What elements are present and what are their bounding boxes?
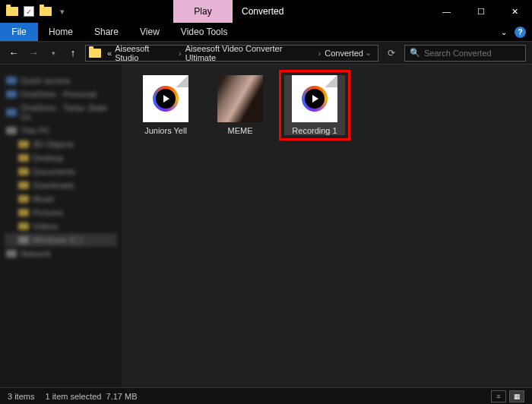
recent-dropdown-icon[interactable]: ▾ <box>46 46 61 61</box>
tab-share[interactable]: Share <box>84 23 129 41</box>
refresh-button[interactable]: ⟳ <box>383 45 400 62</box>
tab-home[interactable]: Home <box>38 23 84 41</box>
file-label: Recording 1 <box>292 126 337 135</box>
folder-icon <box>18 154 29 162</box>
status-item-count: 3 items <box>8 392 34 401</box>
tree-item[interactable]: OneDrive - Tarlac State Un <box>5 101 117 124</box>
tab-video-tools[interactable]: Video Tools <box>170 23 239 41</box>
ribbon-collapse-icon[interactable]: ⌄ <box>501 28 507 36</box>
folder-icon[interactable] <box>5 4 20 19</box>
folder-icon <box>89 49 101 58</box>
contextual-tab-play[interactable]: Play <box>173 0 233 23</box>
navigation-tree[interactable]: Quick accessOneDrive - PersonalOneDrive … <box>0 65 122 387</box>
address-bar: ← → ▾ ↑ « Aiseesoft Studio › Aiseesoft V… <box>0 42 532 65</box>
folder-icon <box>6 109 17 116</box>
search-icon: 🔍 <box>410 48 420 58</box>
search-input[interactable]: 🔍 Search Converted <box>404 45 526 62</box>
help-icon[interactable]: ? <box>515 27 526 38</box>
forward-button[interactable]: → <box>26 46 41 61</box>
file-item[interactable]: Recording 1 <box>284 75 345 135</box>
breadcrumb-segment[interactable]: Aiseesoft Video Converter Ultimate <box>184 44 316 62</box>
ribbon-tabs: File Home Share View Video Tools ⌄ ? <box>0 23 532 42</box>
tree-item-label: Downloads <box>33 181 74 190</box>
tree-item[interactable]: Music <box>5 192 117 206</box>
tree-item-label: OneDrive - Tarlac State Un <box>21 103 116 122</box>
folder-icon <box>18 223 29 230</box>
file-list[interactable]: Juniors YellMEMERecording 1 <box>122 65 532 387</box>
title-bar: ✓ ▾ Play Converted — ☐ ✕ <box>0 0 532 23</box>
address-dropdown-icon[interactable]: ⌄ <box>365 48 375 58</box>
search-placeholder: Search Converted <box>424 49 492 58</box>
folder-icon <box>18 168 29 175</box>
folder-icon <box>18 209 29 216</box>
window-title: Converted <box>233 0 429 23</box>
tree-item-label: Music <box>33 194 55 204</box>
minimize-button[interactable]: — <box>429 0 464 23</box>
tree-item[interactable]: Quick access <box>5 74 117 87</box>
tree-item-label: Windows (C:) <box>33 235 83 245</box>
folder-icon <box>6 77 17 84</box>
tree-item[interactable]: Desktop <box>5 151 117 165</box>
tree-item-label: Videos <box>33 222 58 231</box>
tree-item-label: Desktop <box>33 153 63 163</box>
folder-icon <box>18 181 29 189</box>
icons-view-button[interactable]: ▦ <box>509 390 524 402</box>
tab-view[interactable]: View <box>129 23 170 41</box>
tree-item[interactable]: Pictures <box>5 206 117 219</box>
image-thumbnail <box>217 75 263 122</box>
new-folder-icon[interactable] <box>38 4 53 19</box>
tree-item-label: Network <box>21 249 51 258</box>
breadcrumb-segment[interactable]: Converted <box>323 49 365 58</box>
properties-check-icon[interactable]: ✓ <box>21 4 36 19</box>
file-item[interactable]: MEME <box>210 75 271 135</box>
quick-access-toolbar: ✓ ▾ <box>0 0 74 23</box>
tree-item[interactable]: Downloads <box>5 178 117 192</box>
folder-icon <box>6 127 17 134</box>
video-file-icon <box>292 75 337 122</box>
tree-item[interactable]: This PC <box>5 124 117 137</box>
status-selection: 1 item selected 7.17 MB <box>45 392 137 401</box>
details-view-button[interactable]: ≡ <box>491 390 506 402</box>
folder-icon <box>18 236 29 244</box>
folder-icon <box>18 195 29 203</box>
chevron-right-icon: › <box>176 49 184 58</box>
tree-item[interactable]: Videos <box>5 219 117 233</box>
tree-item-label: OneDrive - Personal <box>21 90 97 99</box>
tree-item[interactable]: OneDrive - Personal <box>5 87 117 101</box>
file-item[interactable]: Juniors Yell <box>135 75 196 135</box>
tree-item[interactable]: Documents <box>5 165 117 178</box>
folder-icon <box>6 90 17 98</box>
tree-item[interactable]: Network <box>5 247 117 260</box>
tree-item-label: Documents <box>33 167 75 176</box>
file-tab[interactable]: File <box>0 23 38 41</box>
breadcrumb-prefix: « <box>106 49 113 58</box>
maximize-button[interactable]: ☐ <box>464 0 498 23</box>
file-label: Juniors Yell <box>144 126 187 135</box>
tree-item-label: This PC <box>21 126 50 135</box>
qat-dropdown-icon[interactable]: ▾ <box>55 4 70 19</box>
back-button[interactable]: ← <box>6 46 21 61</box>
close-button[interactable]: ✕ <box>498 0 532 23</box>
file-label: MEME <box>228 126 253 135</box>
tree-item[interactable]: 3D Objects <box>5 137 117 151</box>
status-bar: 3 items 1 item selected 7.17 MB ≡ ▦ <box>0 387 532 404</box>
tree-item-label: 3D Objects <box>33 140 74 149</box>
tree-item-label: Quick access <box>21 76 70 85</box>
breadcrumb-segment[interactable]: Aiseesoft Studio <box>113 44 176 62</box>
chevron-right-icon: › <box>316 49 324 58</box>
folder-icon <box>6 250 17 257</box>
breadcrumb[interactable]: « Aiseesoft Studio › Aiseesoft Video Con… <box>85 45 378 62</box>
folder-icon <box>18 140 29 148</box>
tree-item-label: Pictures <box>33 208 63 217</box>
video-file-icon <box>143 75 188 122</box>
tree-item[interactable]: Windows (C:) <box>5 233 117 247</box>
up-button[interactable]: ↑ <box>65 46 81 61</box>
